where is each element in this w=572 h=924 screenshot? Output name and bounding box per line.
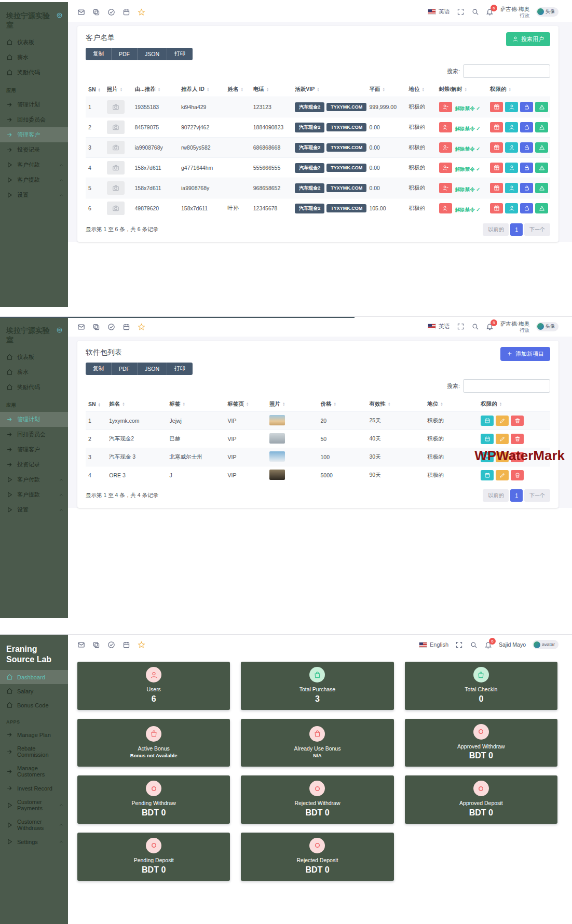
user-button[interactable]	[505, 163, 518, 173]
column-header[interactable]: SN▲▼	[86, 82, 104, 97]
sidebar-item-customer-withdraws[interactable]: Customer Withdraws	[0, 815, 68, 835]
pagination-page-1[interactable]: 1	[510, 223, 523, 236]
ban-user-button[interactable]	[439, 122, 452, 132]
search-input[interactable]	[463, 64, 550, 78]
column-header[interactable]: 姓名▲▼	[225, 82, 250, 97]
column-header[interactable]: 地位▲▼	[406, 82, 437, 97]
calendar-icon[interactable]	[122, 8, 130, 16]
copy-icon[interactable]	[92, 323, 100, 331]
column-header[interactable]: 权限的▲▼	[487, 82, 550, 97]
check-circle-icon[interactable]	[107, 641, 115, 649]
lock-button[interactable]	[520, 142, 533, 153]
sidebar-item-invest-record[interactable]: Invest Record	[0, 781, 68, 795]
search-icon[interactable]	[471, 323, 479, 330]
sidebar-item-投资记录[interactable]: 投资记录	[0, 457, 68, 472]
trash-button[interactable]	[511, 434, 524, 444]
pagination-next[interactable]: 下一个	[524, 223, 550, 236]
avatar[interactable]: 头像	[536, 322, 559, 331]
copy-icon[interactable]	[92, 641, 100, 649]
column-header[interactable]: 活跃VIP▲▼	[292, 82, 366, 97]
gift-button[interactable]	[490, 203, 503, 213]
export-json-button[interactable]: JSON	[138, 363, 167, 375]
language-switcher[interactable]: 英语	[428, 323, 450, 330]
check-circle-icon[interactable]	[107, 323, 115, 331]
unban-status-label[interactable]: 解除禁令 ✓	[455, 207, 481, 212]
star-icon[interactable]	[138, 641, 145, 649]
sidebar-item-manage-customers[interactable]: Manage Customers	[0, 761, 68, 781]
pagination-next[interactable]: 下一个	[524, 489, 550, 502]
gift-button[interactable]	[490, 163, 503, 173]
calendar-button[interactable]	[481, 470, 494, 480]
user-button[interactable]	[505, 142, 518, 153]
sidebar-item-回扣委员会[interactable]: 回扣委员会	[0, 112, 68, 127]
add-new-item-button[interactable]: 添加新项目	[500, 347, 550, 361]
calendar-icon[interactable]	[122, 641, 130, 649]
lock-button[interactable]	[520, 102, 533, 112]
lock-button[interactable]	[520, 163, 533, 173]
ban-user-button[interactable]	[439, 102, 452, 112]
lock-button[interactable]	[520, 183, 533, 193]
column-header[interactable]: 封禁/解封▲▼	[437, 82, 487, 97]
user-menu[interactable]: 萨吉德·梅奥 行政	[500, 320, 529, 333]
ban-user-button[interactable]	[439, 183, 452, 193]
user-menu[interactable]: 萨吉德·梅奥 行政	[500, 6, 529, 18]
unban-status-label[interactable]: 解除禁令 ✓	[455, 146, 481, 152]
language-switcher[interactable]: English	[419, 641, 448, 648]
envelope-icon[interactable]	[77, 8, 85, 16]
lock-button[interactable]	[520, 122, 533, 132]
sidebar-item-奖励代码[interactable]: 奖励代码	[0, 380, 68, 395]
sidebar-item-customer-payments[interactable]: Customer Payments	[0, 795, 68, 815]
notifications-bell[interactable]: 6	[486, 8, 494, 16]
column-header[interactable]: 权限的▲▼	[478, 397, 550, 412]
search-user-button[interactable]: 搜索用户	[506, 32, 550, 46]
sidebar-item-投资记录[interactable]: 投资记录	[0, 142, 68, 157]
column-header[interactable]: 标签页▲▼	[225, 397, 267, 412]
export-pdf-button[interactable]: PDF	[112, 363, 138, 375]
sidebar-item-回扣委员会[interactable]: 回扣委员会	[0, 427, 68, 442]
warning-triangle-button[interactable]	[535, 203, 548, 213]
gift-button[interactable]	[490, 142, 503, 153]
language-switcher[interactable]: 英语	[428, 8, 450, 16]
sidebar-item-设置[interactable]: 设置	[0, 188, 68, 203]
sidebar-item-dashboard[interactable]: Dashboard	[0, 670, 68, 684]
export-打印-button[interactable]: 打印	[167, 363, 193, 375]
calendar-button[interactable]	[481, 434, 494, 444]
unban-status-label[interactable]: 解除禁令 ✓	[455, 126, 481, 131]
unban-status-label[interactable]: 解除禁令 ✓	[455, 105, 481, 111]
column-header[interactable]: 推荐人 ID▲▼	[179, 82, 225, 97]
export-打印-button[interactable]: 打印	[167, 48, 193, 60]
user-button[interactable]	[505, 102, 518, 112]
check-circle-icon[interactable]	[107, 8, 115, 16]
envelope-icon[interactable]	[77, 323, 85, 331]
ban-user-button[interactable]	[439, 203, 452, 213]
sidebar-item-薪水[interactable]: 薪水	[0, 50, 68, 65]
user-button[interactable]	[505, 183, 518, 193]
calendar-button[interactable]	[481, 416, 494, 426]
column-header[interactable]: 有效性▲▼	[366, 397, 425, 412]
pagination-prev[interactable]: 以前的	[483, 223, 509, 236]
star-icon[interactable]	[138, 8, 145, 16]
envelope-icon[interactable]	[77, 641, 85, 649]
pencil-button[interactable]	[496, 416, 509, 426]
search-input[interactable]	[463, 379, 550, 393]
column-header[interactable]: 由...推荐▲▼	[132, 82, 179, 97]
sidebar-item-客户提款[interactable]: 客户提款	[0, 172, 68, 188]
sidebar-item-奖励代码[interactable]: 奖励代码	[0, 65, 68, 80]
sidebar-item-设置[interactable]: 设置	[0, 502, 68, 517]
search-icon[interactable]	[470, 641, 478, 649]
warning-triangle-button[interactable]	[535, 183, 548, 193]
trash-button[interactable]	[511, 470, 524, 480]
sidebar-item-管理计划[interactable]: 管理计划	[0, 97, 68, 112]
sidebar-item-settings[interactable]: Settings	[0, 835, 68, 849]
warning-triangle-button[interactable]	[535, 122, 548, 132]
notifications-bell[interactable]: 5	[486, 323, 494, 330]
pencil-button[interactable]	[496, 434, 509, 444]
copy-icon[interactable]	[92, 8, 100, 16]
ban-user-button[interactable]	[439, 142, 452, 153]
column-header[interactable]: 照片▲▼	[104, 82, 132, 97]
sidebar-item-仪表板[interactable]: 仪表板	[0, 35, 68, 50]
column-header[interactable]: 电话▲▼	[251, 82, 293, 97]
column-header[interactable]: 地位▲▼	[425, 397, 478, 412]
column-header[interactable]: SN▲▼	[86, 397, 106, 412]
export-复制-button[interactable]: 复制	[86, 363, 112, 375]
